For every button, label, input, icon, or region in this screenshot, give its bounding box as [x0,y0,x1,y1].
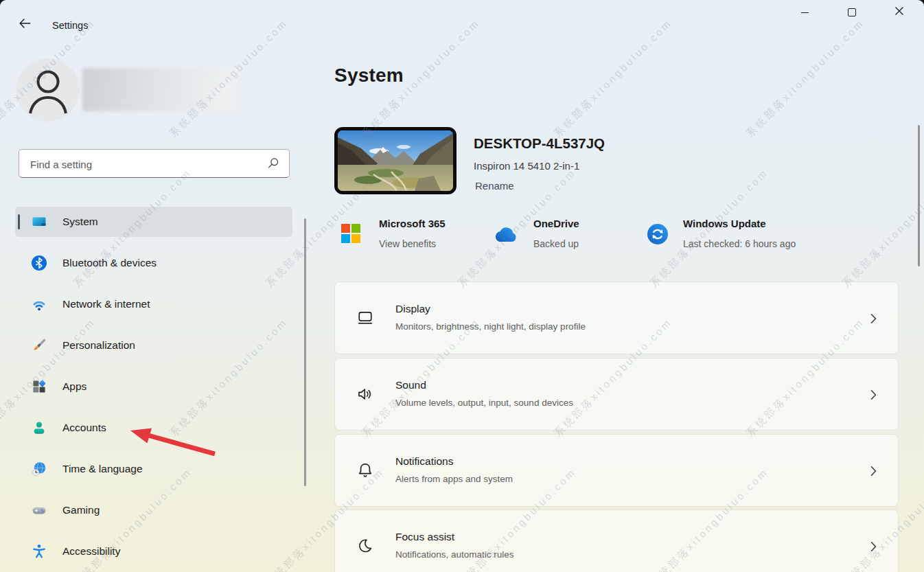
sidebar-item-apps[interactable]: Apps [15,371,292,402]
sidebar-item-label: Gaming [62,495,100,525]
status-subtitle: Last checked: 6 hours ago [683,238,796,249]
status-item-onedrive[interactable]: OneDrive Backed up [494,216,631,255]
apps-icon [31,378,47,395]
status-item-windows-update[interactable]: Windows Update Last checked: 6 hours ago [647,216,833,255]
card-title: Sound [395,379,426,391]
selected-indicator [18,214,20,229]
card-subtitle: Notifications, automatic rules [395,549,514,560]
sidebar-item-system[interactable]: System [15,207,292,237]
card-subtitle: Alerts from apps and system [395,474,513,484]
card-subtitle: Monitors, brightness, night light, displ… [395,321,586,332]
page-title: System [334,65,404,87]
sidebar-item-label: Personalization [62,330,135,361]
search-input[interactable] [29,150,258,179]
chevron-right-icon [866,387,880,406]
status-subtitle: Backed up [533,238,579,249]
watermark-text: 系统部落xitongbuluo.com [840,166,924,290]
focus-assist-icon [356,536,375,556]
minimize-icon [801,12,809,13]
sound-icon [356,385,375,404]
minimize-button[interactable] [789,0,820,25]
watermark-text: 系统部落xitongbuluo.com [743,16,867,140]
watermark-text: 系统部落xitongbuluo.com [0,466,2,572]
network-icon [31,296,47,312]
close-button[interactable] [883,0,915,25]
time-language-icon [31,461,47,477]
card-title: Notifications [395,455,453,468]
device-name: DESKTOP-4L537JQ [474,135,605,152]
sidebar-item-accounts[interactable]: Accounts [15,413,292,443]
search-box [19,149,290,178]
landscape-image [338,130,453,191]
personalization-icon [31,337,47,354]
back-arrow-icon [17,16,32,34]
card-subtitle: Volume levels, output, input, sound devi… [395,398,573,408]
status-title: OneDrive [533,218,579,229]
search-icon[interactable] [266,156,281,174]
rename-link[interactable]: Rename [475,180,514,192]
sidebar-item-label: Network & internet [62,289,150,319]
sidebar-item-label: Apps [62,371,86,402]
main-scrollbar[interactable] [918,125,920,266]
sidebar-item-label: System [62,207,98,237]
gaming-icon [31,502,47,518]
accessibility-icon [31,543,47,560]
sidebar-item-time-language[interactable]: Time & language [15,454,292,484]
sidebar-item-bluetooth-devices[interactable]: Bluetooth & devices [15,248,292,278]
windows-update-icon [647,224,668,247]
chevron-right-icon [866,538,880,558]
bluetooth-icon [31,255,47,271]
user-avatar[interactable] [16,58,80,122]
accounts-icon [31,420,47,436]
system-icon [31,214,47,230]
sidebar-item-personalization[interactable]: Personalization [15,330,292,361]
watermark-text: 系统部落xitongbuluo.com [0,166,2,290]
device-wallpaper-thumbnail [334,127,457,194]
maximize-icon [848,8,856,16]
onedrive-icon [494,227,517,245]
status-title: Windows Update [683,218,766,229]
sidebar-item-label: Accessibility [62,536,120,567]
device-model: Inspiron 14 5410 2-in-1 [474,160,579,172]
settings-card-sound[interactable]: Sound Volume levels, output, input, soun… [334,358,899,431]
settings-card-focus-assist[interactable]: Focus assist Notifications, automatic ru… [334,510,899,572]
sidebar-item-label: Accounts [62,413,106,443]
watermark-text: 系统部落xitongbuluo.com [551,16,675,140]
settings-card-notifications[interactable]: Notifications Alerts from apps and syste… [334,434,899,507]
notifications-icon [356,461,375,480]
microsoft-365-icon [341,224,360,246]
settings-card-display[interactable]: Display Monitors, brightness, night ligh… [334,282,899,354]
sidebar-item-gaming[interactable]: Gaming [15,495,292,525]
close-icon [894,6,904,19]
user-avatar-icon [16,58,80,122]
status-item-microsoft-365[interactable]: Microsoft 365 View benefits [341,216,485,255]
sidebar-item-label: Bluetooth & devices [62,248,157,278]
sidebar-scrollbar[interactable] [304,218,306,486]
card-title: Focus assist [395,531,454,543]
back-button[interactable] [15,15,34,34]
settings-window: Settings System Bluetoot [0,0,924,572]
sidebar-item-accessibility[interactable]: Accessibility [15,536,292,567]
user-name-redacted [82,68,238,111]
chevron-right-icon [866,310,880,330]
chevron-right-icon [866,463,880,482]
display-icon [356,308,375,328]
card-title: Display [395,303,430,315]
maximize-button[interactable] [836,0,868,25]
sidebar-item-network-internet[interactable]: Network & internet [15,289,292,319]
sidebar-item-label: Time & language [62,454,143,484]
app-title: Settings [52,20,88,31]
status-subtitle: View benefits [379,238,436,249]
status-title: Microsoft 365 [379,218,446,229]
